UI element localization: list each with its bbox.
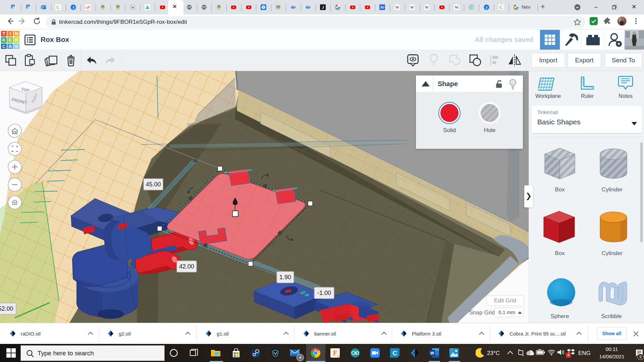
svg-text:42.00: 42.00 (179, 263, 194, 270)
svg-text:T: T (2, 31, 5, 36)
svg-text:1.90: 1.90 (279, 274, 291, 281)
svg-text:D: D (15, 44, 18, 49)
svg-text:N: N (15, 31, 18, 36)
svg-text:F: F (333, 349, 337, 357)
svg-text:A: A (9, 44, 12, 49)
svg-text:52.00: 52.00 (0, 305, 13, 312)
svg-text:360: 360 (337, 355, 340, 357)
svg-text:C: C (2, 44, 6, 49)
svg-text:-1.00: -1.00 (317, 290, 331, 296)
svg-text:E: E (9, 38, 12, 43)
svg-text:45.00: 45.00 (146, 181, 161, 188)
svg-text:W: W (430, 351, 434, 356)
svg-text:K: K (2, 38, 6, 43)
svg-text:I: I (10, 31, 11, 36)
svg-text:C: C (392, 350, 397, 357)
svg-text:R: R (15, 38, 18, 43)
